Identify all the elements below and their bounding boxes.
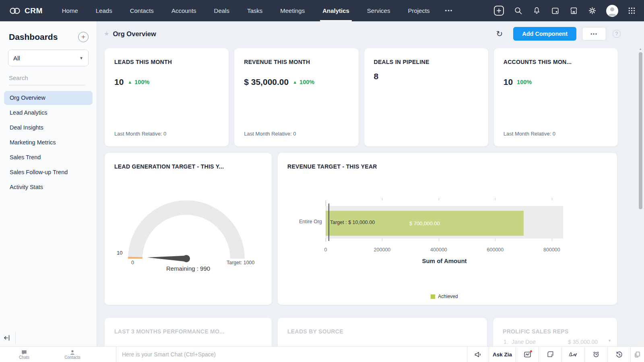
alarm-clock-icon[interactable] (584, 347, 607, 362)
kpi-card-accounts-this-month: ACCOUNTS THIS MON... 10 100% Last Month … (494, 48, 618, 146)
nav-item-tasks[interactable]: Tasks (238, 0, 271, 21)
scrollbar-thumb[interactable] (639, 52, 642, 209)
add-component-button[interactable]: Add Component (513, 27, 576, 41)
nav-item-leads[interactable]: Leads (87, 0, 121, 21)
crm-analytics-page: CRM HomeLeadsContactsAccountsDealsTasksM… (0, 0, 644, 362)
sidebar-item-sales-trend[interactable]: Sales Trend (4, 150, 93, 165)
nav-item-deals[interactable]: Deals (205, 0, 238, 21)
notifications-bell-icon[interactable] (532, 6, 541, 15)
contacts-tab[interactable]: Contacts (48, 347, 97, 362)
bar-value-label: $ 700,000.00 (409, 220, 440, 226)
divider (15, 332, 16, 343)
sidebar-title: Dashboards (9, 32, 58, 42)
primary-nav: HomeLeadsContactsAccountsDealsTasksMeeti… (53, 0, 439, 21)
rep-rank: 1. (504, 339, 512, 345)
sidebar-search-input[interactable] (9, 74, 85, 85)
sidebar-item-lead-analytics[interactable]: Lead Analytics (4, 106, 93, 120)
filter-selected-value: All (13, 55, 20, 62)
zia-signature-icon[interactable] (561, 347, 584, 362)
kpi-delta: 100% (134, 79, 149, 85)
apps-grid-icon[interactable] (627, 6, 636, 15)
chat-bubble-icon (21, 350, 27, 355)
nav-item-home[interactable]: Home (53, 0, 87, 21)
sidebar-item-activity-stats[interactable]: Activity Stats (4, 180, 93, 194)
nav-item-contacts[interactable]: Contacts (121, 0, 163, 21)
kpi-footer: Last Month Relative: 0 (244, 131, 296, 137)
sidebar-item-marketing-metrics[interactable]: Marketing Metrics (4, 136, 93, 150)
collapse-sidebar-icon[interactable] (3, 334, 11, 342)
history-icon[interactable] (607, 347, 630, 362)
revenue-target-chart-card: REVENUE TARGET - THIS YEAR $ 700,000.00 … (278, 153, 617, 305)
nav-item-projects[interactable]: Projects (399, 0, 438, 21)
dashboard-more-button[interactable]: ••• (582, 27, 606, 41)
scroll-up-arrow[interactable]: ▲ (638, 47, 643, 50)
chart-title: LEAD GENERATION TARGET - THIS Y... (114, 163, 224, 170)
sidebar-item-sales-follow-up-trend[interactable]: Sales Follow-up Trend (4, 165, 93, 179)
dashboard-list: Org OverviewLead AnalyticsDeal InsightsM… (0, 91, 97, 194)
x-tick-mark (552, 198, 552, 200)
chat-tabs: Chats Contacts (0, 347, 97, 362)
chat-bar-tools: Ask Zia (467, 347, 644, 362)
main-content: ★ Org Overview ↻ Add Component ••• ? LEA… (97, 21, 644, 347)
target-line (328, 204, 329, 241)
refresh-icon[interactable]: ↻ (493, 29, 505, 39)
nav-item-accounts[interactable]: Accounts (163, 0, 205, 21)
chats-tab-label: Chats (19, 356, 29, 360)
target-label: Target : $ 10,000.00 (330, 206, 375, 239)
add-dashboard-button[interactable]: + (78, 32, 89, 42)
profile-avatar[interactable] (606, 5, 618, 17)
nav-item-analytics[interactable]: Analytics (314, 0, 358, 21)
marketplace-store-icon[interactable] (569, 6, 578, 15)
sidebar-item-deal-insights[interactable]: Deal Insights (4, 121, 93, 135)
kpi-value: 8 (374, 72, 379, 81)
calendar-icon[interactable] (551, 6, 560, 15)
nav-item-meetings[interactable]: Meetings (271, 0, 314, 21)
nav-more-button[interactable]: ••• (439, 8, 460, 14)
x-axis-title: Sum of Amount (326, 257, 563, 264)
smart-chat-input[interactable] (121, 351, 467, 358)
legend-swatch (431, 294, 435, 299)
zia-analytics-icon[interactable] (516, 347, 539, 362)
ask-zia-button[interactable]: Ask Zia (489, 347, 516, 362)
kpi-value: $ 35,000.00 (244, 77, 289, 87)
x-tick-mark (382, 198, 382, 200)
announcement-megaphone-icon[interactable] (467, 347, 489, 362)
x-tick-label: 400000 (430, 247, 447, 253)
settings-gear-icon[interactable] (588, 6, 597, 15)
kpi-card-deals-in-pipeline: DEALS IN PIPELINE 8 (364, 48, 488, 146)
sticky-notes-icon[interactable] (539, 347, 561, 362)
notification-dot (530, 350, 532, 352)
crm-logo[interactable]: CRM (0, 6, 53, 15)
kpi-title: LEADS THIS MONTH (114, 59, 172, 65)
x-tick-label: 200000 (374, 247, 391, 253)
quick-add-icon[interactable] (493, 5, 504, 16)
kpi-value: 10 (504, 77, 513, 87)
help-icon[interactable]: ? (613, 30, 621, 38)
sidebar-item-org-overview[interactable]: Org Overview (4, 91, 93, 105)
favorite-star-icon[interactable]: ★ (104, 30, 109, 37)
card-title: LAST 3 MONTHS PERFORMANCE MO... (114, 328, 225, 335)
bottom-chat-bar: Chats Contacts Ask Zia (0, 346, 644, 362)
kpi-value: 10 (114, 77, 124, 87)
card-title: PROLIFIC SALES REPS (503, 328, 569, 335)
x-tick-mark (495, 239, 495, 241)
zoho-rings-icon (9, 6, 21, 15)
kpi-footer: Last Month Relative: 0 (504, 131, 555, 137)
delta-up-icon: ▲ (128, 80, 132, 84)
vertical-scrollbar: ▲ (638, 46, 643, 347)
nav-item-services[interactable]: Services (358, 0, 399, 21)
x-tick-mark (439, 198, 439, 200)
chats-tab[interactable]: Chats (0, 347, 48, 362)
gauge-remaining-label: Remaining : 990 (105, 265, 272, 272)
dashboard-filter-select[interactable]: All ▼ (8, 49, 89, 66)
rep-name: Jane Doe (512, 339, 568, 345)
brand-name: CRM (25, 6, 43, 15)
copy-stack-icon[interactable] (630, 347, 644, 362)
chevron-down-icon: ▼ (608, 339, 611, 345)
x-tick-label: 0 (324, 247, 327, 253)
smart-chat-input-wrap (116, 347, 467, 362)
x-tick-mark (495, 198, 495, 200)
search-icon[interactable] (514, 6, 523, 15)
lead-generation-target-gauge-card: LEAD GENERATION TARGET - THIS Y... 10 0 … (105, 153, 272, 305)
x-tick-label: 600000 (487, 247, 504, 253)
